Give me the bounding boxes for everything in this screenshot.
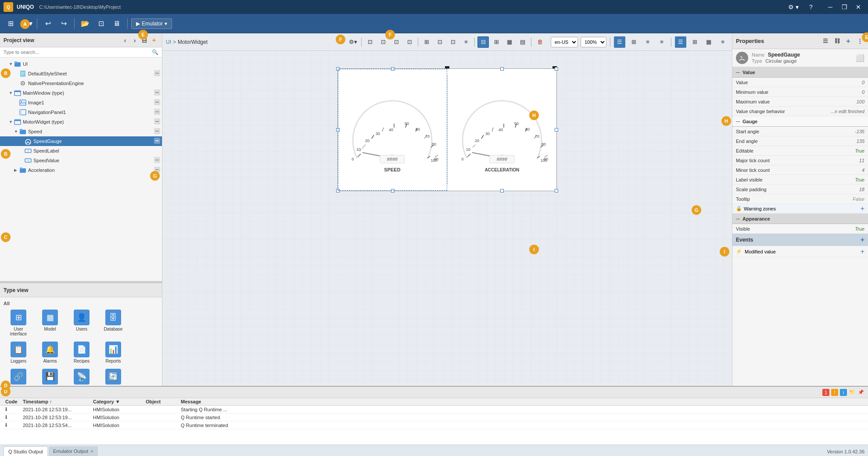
view-btn4[interactable]: ≡ xyxy=(717,36,728,48)
screen-btn[interactable]: 🖥 xyxy=(110,17,124,31)
props-add-icon[interactable]: + xyxy=(843,36,853,46)
accel-gauge-widget[interactable]: 0 10 20 30 40 50 60 xyxy=(448,69,557,191)
help-btn[interactable]: ? xyxy=(805,1,817,13)
svg-text:T: T xyxy=(27,160,29,162)
sort-icon[interactable]: ↑ xyxy=(50,399,52,404)
gauge-section-header[interactable]: — Gauge H xyxy=(732,116,868,127)
align2-btn[interactable]: ⊡ xyxy=(434,36,445,48)
type-item-model[interactable]: ▦ Model xyxy=(35,308,65,338)
section-collapse-arrow2: — xyxy=(736,119,740,124)
events-add-btn[interactable]: + xyxy=(861,236,864,244)
filter-icon2[interactable]: ▼ xyxy=(115,399,120,404)
folder-filter-icon[interactable]: 📁 xyxy=(849,389,856,396)
info-filter-icon[interactable]: i xyxy=(840,389,847,396)
type-item-ui[interactable]: ⊞ User interface xyxy=(4,308,33,338)
restore-btn[interactable]: ❐ xyxy=(838,1,850,13)
settings-canvas-btn[interactable]: ⚙▾ xyxy=(347,36,359,48)
close-btn[interactable]: ✕ xyxy=(852,1,864,13)
minimize-btn[interactable]: ─ xyxy=(824,1,836,13)
view-btn2[interactable]: ⊞ xyxy=(689,36,700,48)
props-list-icon[interactable]: ☰ xyxy=(821,36,830,46)
align5-btn[interactable]: ⊟ xyxy=(477,36,489,48)
warning-zones-add-btn[interactable]: + xyxy=(861,205,864,213)
tree-item-mainwindow[interactable]: ▼ MainWindow (type) xyxy=(0,88,162,98)
tree-item-speedlabel[interactable]: T SpeedLabel xyxy=(0,146,162,156)
pin-filter-icon[interactable]: 📌 xyxy=(857,389,864,396)
type-item-alarms[interactable]: 🔔 Alarms xyxy=(35,340,65,365)
align4-btn[interactable]: ≡ xyxy=(460,36,472,48)
paste2-btn[interactable]: ⊡ xyxy=(404,36,415,48)
props-content: — Value Value 0 Minimum value 0 Maximum … xyxy=(732,67,868,397)
breadcrumb-root[interactable]: UI xyxy=(166,39,171,45)
view-btn1[interactable]: ☰ xyxy=(675,36,686,48)
tree-item-native[interactable]: NativePresentationEngine xyxy=(0,78,162,88)
align6-btn[interactable]: ⊞ xyxy=(491,36,502,48)
redo-btn[interactable]: ↪ xyxy=(57,17,71,31)
canvas-content[interactable]: 0 10 20 30 40 xyxy=(162,51,732,397)
events-header[interactable]: Events + xyxy=(732,234,868,246)
motorwidget-icon xyxy=(14,118,21,125)
props-link-icon[interactable]: ⛓ xyxy=(832,36,842,46)
layout-btn4[interactable]: ≡ xyxy=(656,36,667,48)
tree-item-acceleration[interactable]: ▶ Acceleration xyxy=(0,165,162,175)
search-input[interactable] xyxy=(4,50,152,55)
type-item-loggers[interactable]: 📋 Loggers xyxy=(4,340,33,365)
modified-value-row[interactable]: ⚡ Modified value + I xyxy=(732,246,868,257)
tree-item-label: Speed xyxy=(28,129,42,134)
layout-btn3[interactable]: ≡ xyxy=(642,36,653,48)
align8-btn[interactable]: ▤ xyxy=(517,36,528,48)
tree-item-image1[interactable]: Image1 xyxy=(0,98,162,107)
warning-filter-icon[interactable]: ! xyxy=(831,389,838,396)
align7-btn[interactable]: ▦ xyxy=(504,36,515,48)
label-icon: T xyxy=(25,147,32,154)
type-item-database[interactable]: 🗄 Database xyxy=(98,308,128,338)
tab-close-icon[interactable]: ✕ xyxy=(90,449,93,454)
align1-btn[interactable]: ⊞ xyxy=(421,36,432,48)
sep2 xyxy=(74,18,75,29)
warning-zones-row[interactable]: 🔒 Warning zones + xyxy=(732,204,868,214)
type-item-users[interactable]: 👤 Users xyxy=(67,308,97,338)
canvas-toolbar: UI > MotorWidget F ⚙▾ ⊡ ⊡ ⊡ ⊡ ⊞ ⊡ ⊡ ≡ ⊟ xyxy=(162,33,732,51)
type-item-label: Recipes xyxy=(74,359,90,363)
collapse-right-btn[interactable]: › xyxy=(130,36,139,45)
undo-btn[interactable]: ↩ xyxy=(41,17,55,31)
view-btn3[interactable]: ▦ xyxy=(703,36,714,48)
log-row-1[interactable]: ℹ 2021-10-28 12:53:19... HMISolution Sta… xyxy=(0,406,868,413)
tree-item-speedvalue[interactable]: T SpeedValue xyxy=(0,156,162,165)
tree-item-motorwidget[interactable]: ▼ MotorWidget (type) xyxy=(0,117,162,127)
value-section-header[interactable]: — Value xyxy=(732,67,868,78)
tree-item-speedgauge[interactable]: SpeedGauge xyxy=(0,136,162,146)
copy-btn[interactable]: ⊡ xyxy=(364,36,376,48)
log-row-3[interactable]: ℹ 2021-10-28 12:53:54... HMISolution Q R… xyxy=(0,421,868,429)
grid-view-btn[interactable]: ⊞ xyxy=(4,17,18,31)
tab-studio-output[interactable]: Q Studio Output xyxy=(4,446,48,456)
speed-gauge-widget[interactable]: 0 10 20 30 40 xyxy=(338,69,447,191)
type-item-reports[interactable]: 📊 Reports xyxy=(98,340,128,365)
widget-name: Name SpeedGauge xyxy=(752,52,852,58)
collapse-left-btn[interactable]: ‹ xyxy=(121,36,129,45)
add-item-btn[interactable]: + xyxy=(150,36,158,45)
zoom-select[interactable]: 100% xyxy=(581,37,606,47)
type-item-recipes[interactable]: 📄 Recipes xyxy=(67,340,97,365)
prop-min-value: Minimum value 0 xyxy=(732,87,868,97)
tree-item-speed[interactable]: ▼ Speed xyxy=(0,127,162,136)
tree-item-ui[interactable]: ▼ UI xyxy=(0,59,162,69)
tree-item-defaultss[interactable]: DefaultStyleSheet xyxy=(0,69,162,78)
props-export-icon[interactable]: ⬜ xyxy=(856,54,864,62)
appearance-section-header[interactable]: — Appearance xyxy=(732,214,868,224)
event-add-btn[interactable]: + xyxy=(861,248,864,256)
delete-btn[interactable]: 🗑 xyxy=(534,36,545,48)
layout-btn1[interactable]: ☰ xyxy=(614,36,625,48)
pages-btn[interactable]: ⊡ xyxy=(94,17,108,31)
settings-btn[interactable]: ⚙ ▾ xyxy=(787,1,800,13)
open-btn[interactable]: 📂 xyxy=(78,17,92,31)
error-filter-icon[interactable]: 1 xyxy=(822,389,829,396)
align3-btn[interactable]: ⊡ xyxy=(447,36,459,48)
tree-item-navpanel[interactable]: NavigationPanel1 xyxy=(0,107,162,117)
stylesheet-icon xyxy=(19,70,26,77)
log-row-2[interactable]: ℹ 2021-10-28 12:53:19... HMISolution Q R… xyxy=(0,413,868,421)
emulator-btn[interactable]: ▶ Emulator ▾ xyxy=(131,18,172,29)
layout-btn2[interactable]: ⊞ xyxy=(628,36,639,48)
tab-emulator-output[interactable]: Emulator Output ✕ xyxy=(49,446,98,456)
locale-select[interactable]: en-US xyxy=(551,37,578,47)
